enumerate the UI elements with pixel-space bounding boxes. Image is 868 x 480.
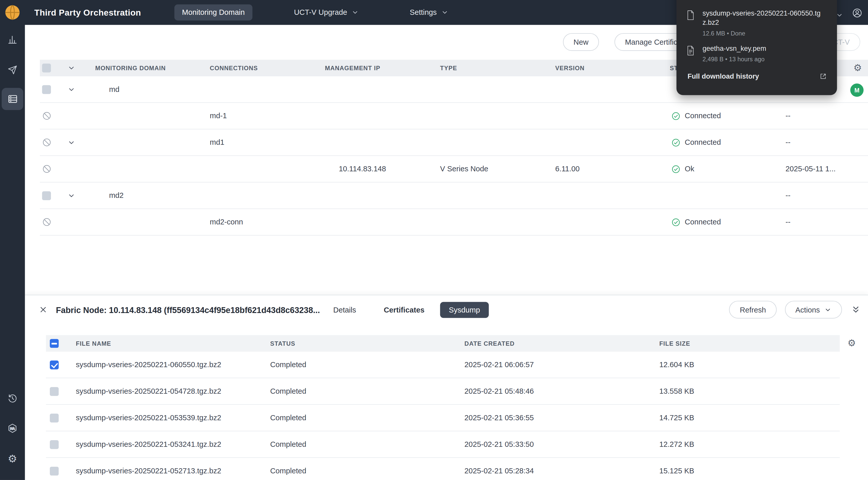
file-name-cell: sysdump-vseries-20250221-060550.tgz.bz2 [76, 361, 270, 369]
download-file-name: geetha-vsn_key.pem [702, 44, 822, 54]
chevron-down-icon[interactable] [67, 64, 95, 72]
column-settings-gear-icon[interactable]: ⚙ [854, 63, 862, 73]
file-size-cell: 15.125 KB [659, 467, 840, 475]
tab-uctv-upgrade[interactable]: UCT-V Upgrade [294, 8, 359, 16]
version-cell: 6.11.00 [555, 165, 670, 173]
no-entry-icon [42, 164, 64, 174]
download-file-name: sysdump-vseries-20250221-060550.tgz.bz2 [702, 9, 822, 28]
sysdump-row-checkbox[interactable] [50, 467, 59, 475]
tab-sysdump-active[interactable]: Sysdump [440, 302, 489, 318]
monitoring-domain-cell: md [95, 85, 210, 94]
col-management-ip[interactable]: MANAGEMENT IP [325, 65, 440, 71]
type-cell: V Series Node [440, 165, 555, 173]
sysdump-row-checkbox[interactable] [50, 360, 59, 369]
tab-certificates[interactable]: Certificates [384, 306, 424, 314]
table-row-md-1[interactable]: md-1 Connected -- [40, 103, 868, 130]
table-row-md1[interactable]: md1 Connected -- [40, 130, 868, 156]
sidebar-item-orchestration-active[interactable] [2, 88, 23, 110]
deployed-cell: -- [785, 218, 868, 226]
connection-cell: md1 [210, 138, 325, 146]
download-item-text: geetha-vsn_key.pem 2,498 B • 13 hours ag… [702, 44, 822, 62]
avatar[interactable]: M [850, 83, 864, 97]
sidebar-item-settings[interactable]: ⚙ [0, 453, 25, 464]
row-checkbox[interactable] [42, 191, 51, 200]
sysdump-row[interactable]: sysdump-vseries-20250221-053241.tgz.bz2 … [46, 431, 840, 458]
check-circle-icon [672, 138, 680, 147]
monitoring-domain-cell: md2 [95, 191, 210, 199]
user-profile-icon[interactable] [852, 8, 862, 18]
fabric-node-details-panel: Fabric Node: 10.114.83.148 (ff5569134c4f… [25, 295, 868, 480]
check-circle-icon [672, 111, 680, 120]
col-type[interactable]: TYPE [440, 65, 555, 71]
bar-chart-icon [7, 34, 18, 45]
tab-details[interactable]: Details [333, 306, 356, 314]
file-doc-icon [686, 45, 695, 63]
col-monitoring-domain[interactable]: MONITORING DOMAIN [95, 65, 210, 71]
column-settings-gear-icon[interactable]: ⚙ [847, 338, 856, 348]
sysdump-row[interactable]: sysdump-vseries-20250221-053539.tgz.bz2 … [46, 405, 840, 431]
sysdump-row[interactable]: sysdump-vseries-20250221-054728.tgz.bz2 … [46, 378, 840, 405]
collapse-panel-double-chevron-icon[interactable] [851, 304, 860, 315]
sysdump-row-checkbox[interactable] [50, 413, 59, 422]
tab-settings-label: Settings [410, 8, 437, 16]
table-row-vseries-node[interactable]: 10.114.83.148 V Series Node 6.11.00 Ok 2… [40, 156, 868, 182]
row-checkbox[interactable] [42, 85, 51, 94]
select-all-checkbox[interactable] [42, 64, 51, 72]
chevron-down-icon [352, 9, 359, 16]
file-size-cell: 12.604 KB [659, 361, 840, 369]
tab-uctv-upgrade-label: UCT-V Upgrade [294, 8, 347, 16]
col-date-created[interactable]: DATE CREATED [464, 340, 659, 347]
paper-plane-icon [7, 65, 18, 75]
status-cell: Completed [270, 440, 464, 448]
sysdump-row[interactable]: sysdump-vseries-20250221-060550.tgz.bz2 … [46, 351, 840, 378]
status-text: Ok [685, 165, 694, 173]
date-created-cell: 2025-02-21 05:36:55 [464, 414, 659, 422]
chevron-down-icon[interactable] [67, 139, 95, 146]
status-text: Connected [685, 111, 721, 120]
sidebar-item-dashboards[interactable] [0, 34, 25, 45]
col-connections[interactable]: CONNECTIONS [210, 65, 325, 71]
sidebar-item-ha[interactable]: HA [0, 423, 25, 434]
tab-settings[interactable]: Settings [410, 8, 448, 16]
actions-button[interactable]: Actions [785, 301, 842, 318]
status-cell: Completed [270, 414, 464, 422]
col-version[interactable]: VERSION [555, 65, 670, 71]
new-button[interactable]: New [563, 33, 599, 51]
sysdump-select-all-checkbox[interactable] [50, 339, 59, 348]
chevron-down-icon[interactable] [67, 192, 95, 199]
sidebar-item-deploy[interactable] [0, 65, 25, 75]
file-name-cell: sysdump-vseries-20250221-053241.tgz.bz2 [76, 440, 270, 448]
chevron-down-icon[interactable] [67, 85, 95, 93]
status-cell: Connected [672, 138, 785, 147]
history-clock-icon [7, 393, 18, 404]
actions-button-label: Actions [796, 306, 820, 314]
gear-icon: ⚙ [8, 453, 17, 465]
deployed-cell: -- [785, 138, 868, 146]
external-link-icon [819, 72, 827, 80]
server-list-icon [7, 94, 18, 104]
check-circle-icon [672, 164, 680, 173]
ha-hexagon-icon: HA [7, 423, 18, 434]
full-download-history-link[interactable]: Full download history [677, 68, 837, 80]
sysdump-row-checkbox[interactable] [50, 387, 59, 396]
download-item[interactable]: geetha-vsn_key.pem 2,498 B • 13 hours ag… [677, 44, 837, 68]
col-file-size[interactable]: FILE SIZE [659, 340, 840, 347]
table-row-md2-conn[interactable]: md2-conn Connected -- [40, 209, 868, 236]
page-title: Third Party Orchestration [34, 7, 141, 18]
status-text: Connected [685, 218, 721, 226]
col-file-name[interactable]: FILE NAME [76, 340, 270, 347]
close-icon[interactable] [39, 306, 47, 313]
tab-monitoring-domain[interactable]: Monitoring Domain [174, 4, 252, 21]
col-file-status[interactable]: STATUS [270, 340, 464, 347]
sidebar-item-history[interactable] [0, 393, 25, 404]
sysdump-row[interactable]: sysdump-vseries-20250221-052713.tgz.bz2 … [46, 458, 840, 480]
status-cell: Ok [672, 164, 785, 173]
table-row-md2[interactable]: md2 -- [40, 182, 868, 209]
refresh-button[interactable]: Refresh [729, 301, 776, 318]
download-item[interactable]: sysdump-vseries-20250221-060550.tgz.bz2 … [677, 9, 837, 42]
sysdump-row-checkbox[interactable] [50, 440, 59, 449]
app-logo-globe-icon[interactable] [4, 4, 21, 21]
date-created-cell: 2025-02-21 05:28:34 [464, 467, 659, 475]
status-cell: Connected [672, 111, 785, 120]
status-cell: Completed [270, 467, 464, 475]
